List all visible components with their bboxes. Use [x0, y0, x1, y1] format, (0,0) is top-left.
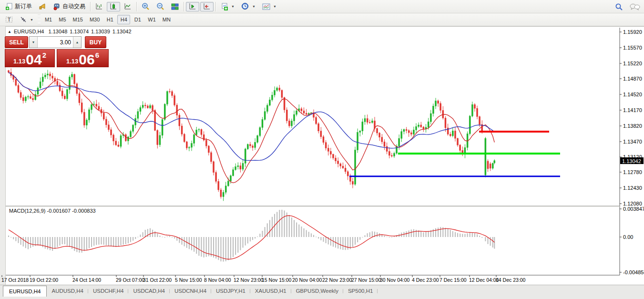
tab-usdcnh-h4[interactable]: USDCNH,H4 [170, 286, 211, 295]
sell-price-display[interactable]: 1.13 04 2 [5, 49, 55, 67]
sell-price-prefix: 1.13 [13, 58, 25, 65]
main-chart-pane [8, 68, 561, 201]
high-value: 1.13074 [70, 29, 89, 34]
macd-histogram-bar [362, 237, 363, 237]
macd-histogram-bar [481, 237, 482, 238]
open-value: 1.13048 [49, 29, 68, 34]
macd-histogram-bar [342, 237, 343, 250]
macd-histogram-bar [276, 212, 277, 237]
macd-histogram-bar [281, 210, 282, 237]
macd-histogram-bar [367, 233, 368, 237]
price-axis-label: 1.15220 [623, 61, 642, 66]
sell-price-main: 04 [26, 52, 41, 67]
tab-eurusd-h4[interactable]: EURUSD,H4 [3, 286, 47, 297]
price-axis-label: 1.13470 [623, 139, 642, 144]
macd-histogram-bar [435, 228, 436, 237]
macd-histogram-bar [52, 237, 53, 251]
macd-histogram-bar [69, 237, 70, 247]
macd-histogram-bar [384, 236, 385, 237]
tab-usdchf-h4[interactable]: USDCHF,H4 [88, 286, 129, 295]
macd-histogram-bar [294, 220, 295, 237]
macd-histogram-bar [272, 217, 273, 237]
macd-histogram-bar [259, 234, 260, 237]
macd-histogram-bar [450, 230, 451, 237]
time-axis-label: 8 Nov 04:00 [204, 277, 231, 283]
macd-histogram-bar [490, 237, 491, 246]
tab-xauusd-h1[interactable]: XAUUSD,H1 [250, 286, 291, 295]
macd-histogram-bar [313, 235, 314, 237]
volume-input[interactable] [38, 37, 73, 48]
price-axis-label: 1.14520 [623, 92, 642, 97]
macd-histogram-bar [206, 237, 207, 257]
time-axis-label: 27 Nov 15:00 [351, 277, 381, 283]
chart-tabs-bar: EURUSD,H4AUDUSD,H4USDCHF,H4USDCAD,H4USDC… [0, 285, 644, 299]
macd-histogram-bar [391, 237, 392, 237]
buy-button[interactable]: BUY [85, 36, 106, 48]
buy-price-display[interactable]: 1.13 06 6 [57, 49, 109, 67]
sell-button[interactable]: SELL [5, 36, 28, 48]
macd-histogram-bar [84, 237, 85, 251]
macd-axis-label: -0.004856 [623, 269, 644, 275]
macd-histogram-bar [64, 237, 65, 244]
macd-histogram-bar [115, 237, 116, 247]
macd-histogram-bar [137, 237, 138, 237]
macd-histogram-bar [333, 237, 334, 247]
macd-histogram-bar [477, 234, 478, 237]
macd-histogram-bar [262, 231, 263, 237]
macd-histogram-bar [93, 237, 94, 246]
tab-usdcad-h4[interactable]: USDCAD,H4 [128, 286, 169, 295]
volume-stepper: ▼ ▲ [29, 36, 82, 48]
price-axis[interactable]: 1.159201.155701.152201.148701.145201.141… [620, 29, 644, 275]
macd-histogram-bar [140, 235, 141, 237]
time-axis[interactable]: 17 Oct 201819 Oct 22:0024 Oct 14:0029 Oc… [1, 275, 526, 283]
current-price-value: 1.13042 [622, 158, 641, 164]
tab-audusd-h4[interactable]: AUDUSD,H4 [47, 286, 88, 295]
tab-gbpusd-weekly[interactable]: GBPUSD,Weekly [291, 286, 343, 295]
macd-histogram-bar [67, 237, 68, 246]
macd-histogram-bar [106, 237, 107, 245]
macd-histogram-bar [201, 237, 202, 257]
macd-histogram-bar [296, 222, 297, 237]
macd-histogram-bar [18, 237, 19, 243]
macd-histogram-bar [291, 217, 292, 237]
macd-histogram-bar [40, 237, 41, 246]
macd-histogram-bar [57, 237, 58, 247]
macd-histogram-bar [108, 237, 109, 246]
macd-histogram-bar [298, 225, 299, 237]
macd-histogram-bar [460, 234, 460, 237]
macd-histogram-bar [265, 227, 266, 237]
tab-sp500-h1[interactable]: SP500,H1 [343, 286, 378, 295]
macd-histogram-bar [389, 237, 390, 237]
low-value: 1.13039 [91, 29, 110, 34]
macd-histogram-bar [359, 237, 360, 240]
macd-histogram-bar [440, 227, 441, 237]
price-axis-label: 1.13820 [623, 123, 642, 129]
macd-histogram-bar [377, 232, 378, 237]
macd-histogram-bar [182, 237, 183, 245]
macd-histogram-bar [164, 237, 165, 237]
macd-histogram-bar [257, 237, 258, 237]
macd-histogram-bar [74, 237, 75, 251]
macd-histogram-bar [98, 237, 99, 245]
macd-histogram-bar [369, 232, 370, 237]
time-axis-label: 12 Nov 23:00 [234, 277, 264, 283]
macd-histogram-bar [198, 237, 199, 256]
macd-histogram-bar [145, 230, 146, 237]
macd-histogram-bar [301, 227, 302, 237]
volume-increase-button[interactable]: ▲ [73, 37, 81, 48]
macd-histogram-bar [157, 234, 158, 237]
volume-decrease-button[interactable]: ▼ [30, 37, 38, 48]
macd-histogram-bar [326, 237, 327, 243]
collapse-arrow-icon[interactable]: ▲ [8, 30, 11, 34]
time-axis-label: 31 Oct 22:00 [143, 277, 172, 283]
macd-axis-label: 0.003847 [623, 206, 644, 212]
macd-histogram-bar [304, 228, 305, 237]
macd-histogram-bar [89, 237, 90, 248]
macd-histogram-bar [340, 237, 341, 249]
macd-histogram-bar [411, 229, 412, 237]
time-axis-label: 5 Nov 15:00 [175, 277, 202, 283]
tab-usdjpy-h1[interactable]: USDJPY,H1 [211, 286, 250, 295]
macd-histogram-bar [50, 237, 51, 250]
macd-histogram-bar [467, 233, 468, 237]
macd-histogram-bar [474, 233, 475, 237]
